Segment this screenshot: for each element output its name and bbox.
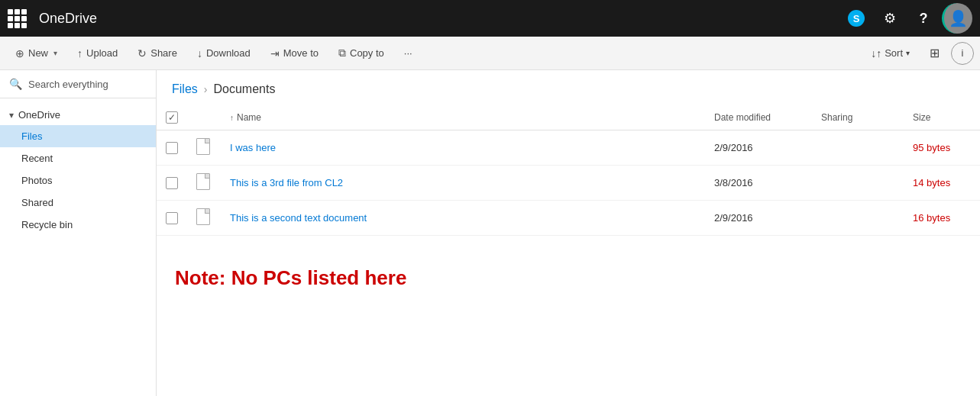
row-name-cell[interactable]: I was here: [221, 130, 705, 166]
info-button[interactable]: i: [951, 42, 974, 65]
chevron-down-icon: ▾: [9, 110, 14, 121]
share-button[interactable]: ↻ Share: [128, 43, 186, 64]
note-text: Note: No PCs listed here: [157, 236, 980, 320]
move-icon: ⇥: [270, 47, 280, 60]
file-icon: [196, 138, 212, 156]
sort-button[interactable]: ↓↑ Sort ▾: [863, 43, 917, 64]
new-label: New: [28, 47, 48, 59]
view-toggle-button[interactable]: ⊞: [920, 41, 948, 66]
file-name-link[interactable]: This is a 3rd file from CL2: [230, 177, 343, 188]
row-size-cell: 14 bytes: [904, 166, 980, 201]
row-checkbox[interactable]: [166, 212, 178, 224]
row-checkbox[interactable]: [166, 177, 178, 189]
sidebar-item-label: Photos: [21, 175, 52, 186]
app-title: OneDrive: [39, 11, 835, 27]
avatar[interactable]: 👤: [942, 3, 972, 34]
icon-col-header: [187, 105, 221, 130]
file-name-link[interactable]: This is a second text document: [230, 212, 367, 224]
table-header-row: ✓ ↑ Name Date modified Sharing Size: [157, 105, 980, 130]
download-button[interactable]: ↓ Download: [188, 43, 260, 64]
move-to-label: Move to: [283, 47, 319, 59]
sidebar-item-photos[interactable]: Photos: [0, 169, 156, 192]
sidebar-item-recycle-bin[interactable]: Recycle bin: [0, 214, 156, 236]
row-check-cell[interactable]: [157, 201, 187, 236]
row-name-cell[interactable]: This is a 3rd file from CL2: [221, 166, 705, 201]
name-header-label: Name: [237, 112, 261, 123]
row-check-cell[interactable]: [157, 130, 187, 166]
topbar-actions: S ⚙ ? 👤: [841, 3, 972, 34]
breadcrumb-separator: ›: [204, 83, 208, 95]
more-button[interactable]: ···: [395, 43, 422, 63]
name-col-header[interactable]: ↑ Name: [221, 105, 705, 130]
skype-button[interactable]: S: [841, 3, 872, 34]
search-everything-button[interactable]: 🔍 Search everything: [0, 70, 156, 98]
copy-to-button[interactable]: ⧉ Copy to: [329, 42, 393, 64]
search-label: Search everything: [28, 79, 108, 90]
row-size-cell: 16 bytes: [904, 201, 980, 236]
breadcrumb: Files › Documents: [157, 70, 980, 105]
row-name-cell[interactable]: This is a second text document: [221, 201, 705, 236]
file-name-link[interactable]: I was here: [230, 142, 276, 153]
file-table: ✓ ↑ Name Date modified Sharing Size: [157, 105, 980, 236]
sidebar-nav: ▾ OneDrive Files Recent Photos Shared Re…: [0, 98, 156, 396]
breadcrumb-current: Documents: [213, 82, 275, 96]
row-sharing-cell: [812, 201, 904, 236]
sidebar-item-label: Recent: [21, 153, 53, 164]
row-date-cell: 3/8/2016: [705, 166, 812, 201]
cmd-right-actions: ↓↑ Sort ▾ ⊞ i: [863, 41, 974, 66]
search-icon: 🔍: [9, 78, 22, 90]
share-icon: ↻: [137, 47, 147, 60]
grid-view-icon: ⊞: [930, 46, 940, 60]
settings-button[interactable]: ⚙: [875, 3, 905, 34]
breadcrumb-files-link[interactable]: Files: [172, 82, 198, 96]
upload-icon: ↑: [77, 47, 82, 60]
row-checkbox[interactable]: [166, 142, 178, 154]
sidebar: 🔍 Search everything ▾ OneDrive Files Rec…: [0, 70, 157, 396]
sort-label: Sort: [885, 47, 903, 59]
size-col-header[interactable]: Size: [904, 105, 980, 130]
sidebar-item-label: Files: [21, 130, 42, 142]
main-layout: 🔍 Search everything ▾ OneDrive Files Rec…: [0, 70, 980, 396]
download-icon: ↓: [197, 47, 202, 60]
sharing-col-header[interactable]: Sharing: [812, 105, 904, 130]
check-all-header[interactable]: ✓: [157, 105, 187, 130]
row-icon-cell: [187, 130, 221, 166]
row-icon-cell: [187, 166, 221, 201]
upload-button[interactable]: ↑ Upload: [68, 43, 127, 64]
help-button[interactable]: ?: [908, 3, 939, 34]
new-icon: ⊕: [15, 47, 24, 60]
table-row[interactable]: I was here 2/9/2016 95 bytes: [157, 130, 980, 166]
sort-up-icon: ↑: [230, 114, 234, 122]
download-label: Download: [206, 47, 251, 59]
table-row[interactable]: This is a second text document 2/9/2016 …: [157, 201, 980, 236]
sidebar-item-shared[interactable]: Shared: [0, 192, 156, 214]
new-chevron-icon: ▾: [53, 49, 57, 57]
new-button[interactable]: ⊕ New ▾: [6, 43, 66, 64]
skype-icon: S: [848, 10, 865, 27]
date-col-header[interactable]: Date modified: [705, 105, 812, 130]
check-all-box[interactable]: ✓: [166, 111, 178, 124]
row-date-cell: 2/9/2016: [705, 130, 812, 166]
sidebar-item-label: Shared: [21, 197, 53, 208]
sidebar-section-onedrive[interactable]: ▾ OneDrive: [0, 105, 156, 125]
upload-label: Upload: [86, 47, 118, 59]
sort-icon: ↓↑: [871, 47, 881, 60]
row-check-cell[interactable]: [157, 166, 187, 201]
sort-chevron-icon: ▾: [906, 49, 910, 57]
row-size-cell: 95 bytes: [904, 130, 980, 166]
row-icon-cell: [187, 201, 221, 236]
topbar: OneDrive S ⚙ ? 👤: [0, 0, 980, 37]
copy-icon: ⧉: [338, 47, 346, 60]
sidebar-item-files[interactable]: Files: [0, 125, 156, 147]
move-to-button[interactable]: ⇥ Move to: [261, 43, 328, 64]
table-row[interactable]: This is a 3rd file from CL2 3/8/2016 14 …: [157, 166, 980, 201]
row-date-cell: 2/9/2016: [705, 201, 812, 236]
avatar-icon: 👤: [949, 9, 968, 27]
info-label: i: [962, 47, 964, 59]
sidebar-item-recent[interactable]: Recent: [0, 147, 156, 169]
app-grid-icon[interactable]: [8, 9, 27, 28]
copy-to-label: Copy to: [350, 47, 384, 59]
file-icon: [196, 173, 212, 192]
share-label: Share: [150, 47, 177, 59]
content-area: Files › Documents ✓ ↑ Name: [157, 70, 980, 396]
